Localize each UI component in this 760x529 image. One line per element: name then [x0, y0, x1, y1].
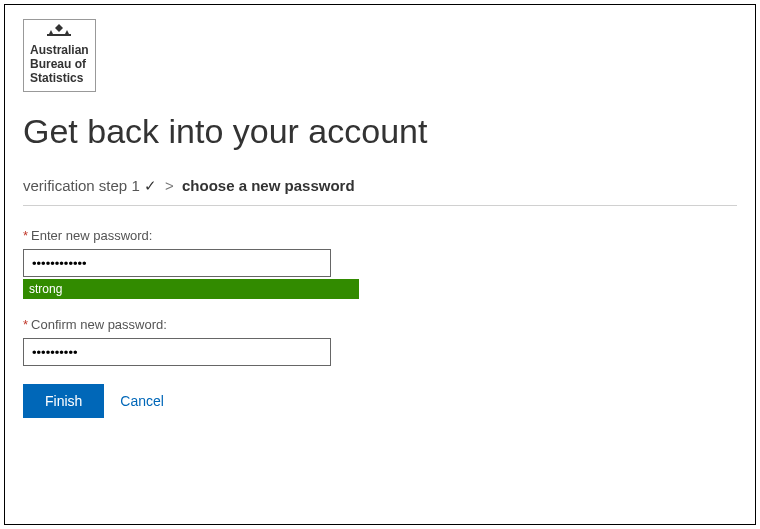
new-password-label: *Enter new password: [23, 228, 737, 243]
breadcrumb-current: choose a new password [182, 177, 355, 194]
crest-icon [30, 22, 89, 42]
breadcrumb: verification step 1 ✓ > choose a new pas… [23, 177, 737, 195]
actions-row: Finish Cancel [23, 384, 737, 418]
confirm-password-input[interactable] [23, 338, 331, 366]
logo-line-2: Bureau of [30, 58, 89, 72]
page-title: Get back into your account [23, 112, 737, 151]
breadcrumb-separator: > [165, 177, 174, 194]
logo-line-3: Statistics [30, 72, 89, 86]
org-logo: Australian Bureau of Statistics [23, 19, 96, 92]
divider [23, 205, 737, 206]
required-marker: * [23, 317, 28, 332]
required-marker: * [23, 228, 28, 243]
cancel-link[interactable]: Cancel [120, 393, 164, 409]
logo-line-1: Australian [30, 44, 89, 58]
checkmark-icon: ✓ [144, 177, 157, 194]
new-password-input[interactable] [23, 249, 331, 277]
confirm-password-label: *Confirm new password: [23, 317, 737, 332]
svg-rect-0 [47, 34, 71, 36]
confirm-password-group: *Confirm new password: [23, 317, 737, 366]
finish-button[interactable]: Finish [23, 384, 104, 418]
password-strength-bar: strong [23, 279, 359, 299]
new-password-group: *Enter new password: strong [23, 228, 737, 299]
breadcrumb-step-1: verification step 1 [23, 177, 140, 194]
page-frame: Australian Bureau of Statistics Get back… [4, 4, 756, 525]
